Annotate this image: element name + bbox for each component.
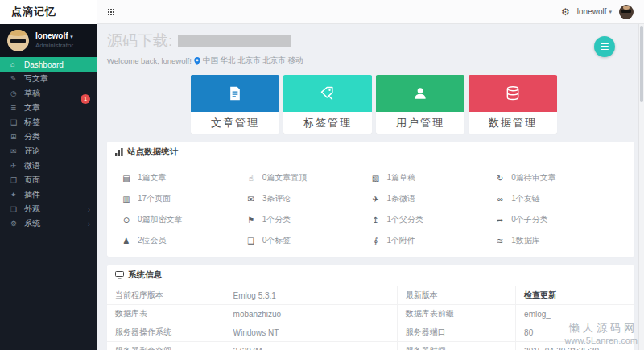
table-row: 服务器剩余空间27207M服务器时间2015-04-30 21:35:30 xyxy=(107,342,634,350)
stat-pages: ▥17个页面 xyxy=(122,193,246,204)
table-row: 服务器操作系统Windows NT服务器端口80 xyxy=(107,323,634,342)
comments-icon: ✉ xyxy=(246,195,256,204)
sidebar-item-label: 外观 xyxy=(24,204,40,215)
sidebar-menu: ⌂Dashboard ✎写文章 ◷草稿1 ≣文章 ❑标签 ⊞分类 ✉评论 ✈微语… xyxy=(0,57,97,231)
desktop-icon xyxy=(115,271,124,279)
pages-icon: ▥ xyxy=(122,195,131,204)
link-icon: ∞ xyxy=(495,195,505,204)
welcome-line: Welcome back, lonewolf! 中国 华北 北京市 北京市 移动 xyxy=(107,56,634,66)
database-icon: ≋ xyxy=(495,237,505,245)
category-icon: ⊞ xyxy=(10,133,24,141)
card-label: 数据管理 xyxy=(469,112,557,134)
site-stats-grid: ▤1篇文章 ☝0篇文章置顶 ▧1篇草稿 ↻0篇待审文章 ▥17个页面 ✉3条评论… xyxy=(107,163,634,257)
sidebar-item-categories[interactable]: ⊞分类 xyxy=(0,130,97,144)
site-stats-panel: 站点数据统计 ▤1篇文章 ☝0篇文章置顶 ▧1篇草稿 ↻0篇待审文章 ▥17个页… xyxy=(107,142,634,257)
tags-icon: ❑ xyxy=(246,237,256,245)
pencil-icon: ✎ xyxy=(10,75,24,83)
plugin-icon: ✦ xyxy=(10,191,24,199)
card-article-management[interactable]: 文章管理 xyxy=(191,75,279,134)
welcome-text: Welcome back, lonewolf! xyxy=(107,56,192,65)
sidebar-user-role: Administrator xyxy=(35,42,73,50)
stat-encrypted-posts: ⊙0篇加密文章 xyxy=(122,214,246,225)
topbar: ⚙ lonewolf▾ xyxy=(97,0,644,24)
bar-chart-icon xyxy=(115,148,123,156)
stat-categories: ⚑1个分类 xyxy=(246,214,371,225)
sidebar-item-write-post[interactable]: ✎写文章 xyxy=(0,72,97,86)
chevron-right-icon: › xyxy=(88,220,90,229)
stat-tags: ❑0个标签 xyxy=(246,235,371,246)
comment-icon: ✉ xyxy=(10,147,24,155)
card-label: 文章管理 xyxy=(191,112,279,134)
main-content: 源码下载: Welcome back, lonewolf! 中国 华北 北京市 … xyxy=(97,24,644,350)
sidebar-item-drafts[interactable]: ◷草稿1 xyxy=(0,86,97,101)
card-label: 标签管理 xyxy=(283,112,372,134)
sidebar-item-tags[interactable]: ❑标签 xyxy=(0,115,97,130)
card-user-management[interactable]: 用户管理 xyxy=(376,75,464,134)
redacted-download-link-box xyxy=(178,35,291,47)
page-title: 源码下载: xyxy=(107,31,634,51)
pending-review-icon: ↻ xyxy=(495,174,505,183)
sidebar: 点滴记忆 lonewolf ▾ Administrator ⌂Dashboard… xyxy=(0,0,97,350)
scrollbar-thumb[interactable] xyxy=(640,26,643,102)
table-row: 数据库表mobanzhizuo数据库表前缀emlog_ xyxy=(107,305,634,323)
floating-menu-button[interactable] xyxy=(594,36,615,57)
table-row: 当前程序版本Emlog 5.3.1最新版本检查更新 xyxy=(107,286,634,305)
draft-file-icon: ▧ xyxy=(371,174,381,183)
sidebar-item-label: 插件 xyxy=(24,189,40,200)
sidebar-item-label: 页面 xyxy=(24,175,40,186)
stat-pending-posts: ↻0篇待审文章 xyxy=(495,172,620,183)
gear-icon[interactable]: ⚙ xyxy=(561,7,570,17)
map-marker-icon xyxy=(194,57,200,65)
check-update-link[interactable]: 检查更新 xyxy=(524,290,556,299)
stat-parent-categories: ↥1个父分类 xyxy=(371,214,496,225)
sidebar-item-label: 评论 xyxy=(24,146,40,157)
topbar-avatar[interactable] xyxy=(619,5,634,19)
chevron-down-icon: ▾ xyxy=(609,9,612,15)
paperclip-icon: ∮ xyxy=(371,237,381,245)
visitor-location-text: 中国 华北 北京市 北京市 移动 xyxy=(203,56,303,66)
topbar-user-dropdown[interactable]: lonewolf▾ xyxy=(577,7,612,16)
grid-menu-icon[interactable] xyxy=(108,9,114,15)
twitter-icon: ✈ xyxy=(371,195,381,204)
system-info-panel: 系统信息 当前程序版本Emlog 5.3.1最新版本检查更新 数据库表moban… xyxy=(107,265,634,350)
system-info-header: 系统信息 xyxy=(107,265,634,286)
stat-databases: ≋1数据库 xyxy=(495,235,620,246)
sidebar-item-system[interactable]: ⚙系统› xyxy=(0,216,97,231)
scrollbar-track[interactable] xyxy=(638,24,644,350)
card-data-management[interactable]: 数据管理 xyxy=(469,75,557,134)
stat-child-categories: ➦0个子分类 xyxy=(495,214,620,225)
sidebar-item-label: 文章 xyxy=(24,102,40,113)
sidebar-user-panel[interactable]: lonewolf ▾ Administrator xyxy=(0,24,97,57)
sidebar-item-plugins[interactable]: ✦插件 xyxy=(0,187,97,202)
sidebar-item-label: Dashboard xyxy=(24,60,64,69)
user-icon xyxy=(412,85,428,101)
stat-comments: ✉3条评论 xyxy=(246,193,371,204)
stat-attachments: ∮1个附件 xyxy=(371,235,496,246)
clock-icon: ◷ xyxy=(10,89,24,97)
chevron-down-icon: ▾ xyxy=(70,34,73,39)
sidebar-item-pages[interactable]: ❐页面 xyxy=(0,173,97,187)
sidebar-item-label: 写文章 xyxy=(24,73,48,84)
share-arrow-icon: ➦ xyxy=(495,216,505,224)
sidebar-item-label: 分类 xyxy=(24,131,40,142)
lock-icon: ⊙ xyxy=(122,216,131,224)
user-icon: ♟ xyxy=(122,237,131,245)
sidebar-item-comments[interactable]: ✉评论 xyxy=(0,144,97,159)
sidebar-item-dashboard[interactable]: ⌂Dashboard xyxy=(0,57,97,72)
page-title-text: 源码下载: xyxy=(107,31,172,51)
tags-icon xyxy=(320,85,336,101)
thumbs-up-icon: ☝ xyxy=(246,174,256,183)
sidebar-item-label: 标签 xyxy=(24,117,40,128)
stat-posts: ▤1篇文章 xyxy=(122,172,246,183)
card-label: 用户管理 xyxy=(376,112,464,134)
quick-cards: 文章管理 标签管理 用户管理 数据管理 xyxy=(191,75,558,134)
file-text-icon xyxy=(227,85,243,101)
home-icon: ⌂ xyxy=(10,60,24,68)
sidebar-item-weibo[interactable]: ✈微语 xyxy=(0,159,97,173)
flag-icon: ⚑ xyxy=(246,216,256,224)
sidebar-item-label: 草稿 xyxy=(24,88,40,99)
sidebar-avatar xyxy=(7,30,29,51)
card-tag-management[interactable]: 标签管理 xyxy=(283,75,372,134)
sidebar-item-appearance[interactable]: ❏外观› xyxy=(0,202,97,216)
drafts-count-badge: 1 xyxy=(80,94,90,104)
